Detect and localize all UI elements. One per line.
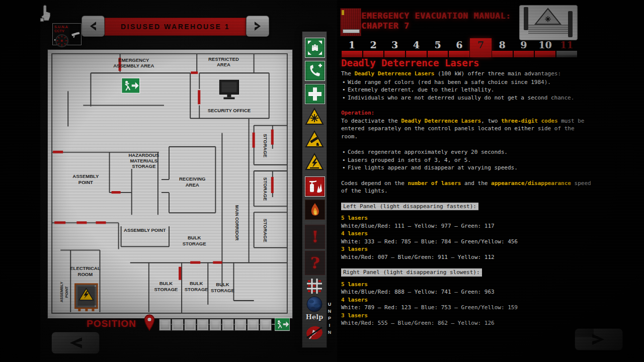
chevron-right-icon [252, 20, 264, 32]
warehouse-floor-plan: EMERGENCY ASSEMBLY AREA RESTRICTED AREA … [47, 49, 293, 319]
room-label: STORAGE [211, 288, 234, 293]
chapter-tab-11-locked[interactable]: 11 [556, 38, 578, 57]
advantage-item: Wide range of colors (red has been a saf… [341, 78, 593, 86]
room-label: SECURITY OFFICE [208, 108, 251, 113]
electric-shock-warning-icon[interactable] [305, 152, 324, 171]
room-label: MATERIALS [130, 158, 157, 163]
manual-book-icon [340, 8, 361, 36]
position-slot-6 [222, 319, 234, 331]
laser-elevator-illustration [519, 5, 578, 40]
advantages-list: Wide range of colors (red has been a saf… [341, 78, 593, 102]
room-label: STORAGE [263, 134, 268, 157]
warehouse-title: DISUSED WAREHOUSE 1 [121, 23, 230, 31]
next-page-button[interactable] [575, 328, 623, 350]
room-label: AREA [186, 182, 199, 188]
room-label: ROOM [78, 272, 93, 277]
room-label: ASSEMBLY [59, 282, 64, 302]
room-label: ASSEMBLY AREA [113, 63, 154, 68]
first-aid-icon[interactable] [305, 84, 325, 104]
operation-bullet: Lasers grouped in sets of 3, 4, or 5. [341, 156, 593, 164]
room-label: RESTRICTED [208, 56, 239, 62]
advantage-item: Extremely deterrent, due to their lethal… [341, 86, 593, 94]
advantage-item: Individuals who are not deterred usually… [341, 94, 593, 102]
unpin-button[interactable] [305, 322, 324, 343]
position-slot-3 [184, 319, 196, 331]
chevron-right-icon [590, 333, 607, 346]
globe-icon[interactable] [305, 294, 324, 314]
manual-content: Deadly Deterrence Lasers The Deadly Dete… [341, 57, 593, 327]
hand-cursor-icon [38, 3, 53, 23]
assembly-point-icon[interactable] [305, 38, 325, 58]
code-line: White/Red: 007 — Blue/Green: 911 — Yello… [341, 253, 593, 261]
chapter-tab-8[interactable]: 8 [492, 38, 513, 57]
room-label: ELECTRICAL [70, 265, 100, 271]
fire-icon[interactable] [305, 200, 325, 220]
room-label: BULK [216, 282, 229, 287]
chapter-tab-6[interactable]: 6 [448, 38, 470, 57]
right-panel-codes: 5 lasers White/Blue/Red: 888 — Yellow: 7… [341, 281, 593, 327]
compass-icon [55, 34, 69, 48]
next-warehouse-button[interactable] [246, 16, 269, 37]
left-panel-heading: Left Panel (light disappearing fastest): [341, 203, 478, 211]
laser-warning-icon[interactable] [305, 107, 324, 126]
operation-bullet: Codes regenerate approximately every 20 … [341, 148, 593, 156]
position-slot-2 [172, 319, 184, 331]
operation-bullet: Five lights appear and disappear at vary… [341, 164, 593, 172]
cctv-badge-line1: S.U.N.A [54, 25, 69, 29]
code-line: White/Red: 555 — Blue/Green: 862 — Yello… [341, 319, 593, 327]
prev-warehouse-button[interactable] [82, 16, 105, 37]
position-slot-9 [260, 319, 272, 331]
falling-objects-warning-icon[interactable] [305, 130, 324, 149]
help-label[interactable]: Help [302, 313, 327, 321]
room-label: STORAGE [263, 177, 268, 201]
chapter-tab-bar: 1 2 3 4 5 6 7 8 9 10 11 [341, 38, 578, 57]
chapter-tab-7-active[interactable]: 7 [470, 38, 492, 57]
chevron-left-icon [67, 336, 84, 349]
chapter-tab-4[interactable]: 4 [406, 38, 427, 57]
chevron-left-icon [87, 20, 99, 32]
room-label: POINT [64, 286, 69, 298]
left-panel-codes: 5 lasers White/Blue/Red: 111 — Yellow: 9… [341, 214, 593, 261]
laser-count: 4 lasers [341, 230, 593, 238]
chapter-tab-10[interactable]: 10 [534, 38, 556, 57]
room-label: STORAGE [263, 219, 268, 242]
laser-count: 4 lasers [341, 296, 593, 304]
question-icon[interactable]: ? [305, 251, 325, 275]
right-panel-heading: Right Panel (light disappearing slowest)… [341, 268, 482, 277]
laser-count: 3 lasers [341, 245, 593, 253]
position-slot-8 [247, 319, 259, 331]
position-label: POSITION [87, 318, 136, 329]
room-label: HAZARDOUS [128, 152, 159, 158]
emergency-phone-icon[interactable] [305, 61, 325, 81]
chapter-tab-9[interactable]: 9 [513, 38, 535, 57]
chapter-tab-5[interactable]: 5 [427, 38, 449, 57]
monitor-icon [219, 80, 238, 99]
chapter-title: Deadly Deterrence Lasers [341, 57, 593, 68]
room-label: RECEIVING [179, 176, 205, 182]
room-label: ASSEMBLY [72, 173, 99, 179]
laser-count: 5 lasers [341, 281, 593, 289]
game-screen: S.U.N.A CCTV [0, 0, 644, 362]
code-line: White/Blue/Red: 111 — Yellow: 977 — Gree… [341, 222, 593, 230]
chapter-tab-2[interactable]: 2 [363, 38, 384, 57]
room-label: STORAGE [183, 241, 206, 246]
manual-header-line2: CHAPTER 7 [361, 21, 527, 31]
fire-extinguisher-icon[interactable] [305, 176, 325, 197]
warehouse-title-banner: DISUSED WAREHOUSE 1 [105, 18, 246, 36]
manual-header-line1: EMERGENCY EVACUATION MANUAL: [361, 11, 527, 21]
exclamation-icon[interactable]: ! [305, 225, 325, 249]
keypad-icon[interactable] [305, 276, 324, 296]
position-slot-7 [234, 319, 247, 331]
laser-count: 5 lasers [341, 214, 593, 222]
operation-paragraph: To deactivate the Deadly Deterrence Lase… [341, 117, 593, 141]
room-label: ASSEMBLY POINT [124, 227, 166, 233]
operation-bullets: Codes regenerate approximately every 20 … [341, 148, 593, 172]
camera-icon [69, 24, 81, 45]
chapter-tab-1[interactable]: 1 [341, 38, 363, 57]
prev-page-button[interactable] [51, 332, 100, 354]
room-label: STORAGE [185, 287, 208, 292]
room-label: STORAGE [132, 163, 155, 169]
code-line: White: 789 — Red: 123 — Blue: 753 — Gree… [341, 304, 593, 312]
chapter-tab-3[interactable]: 3 [384, 38, 406, 57]
position-slot-4 [197, 319, 209, 331]
